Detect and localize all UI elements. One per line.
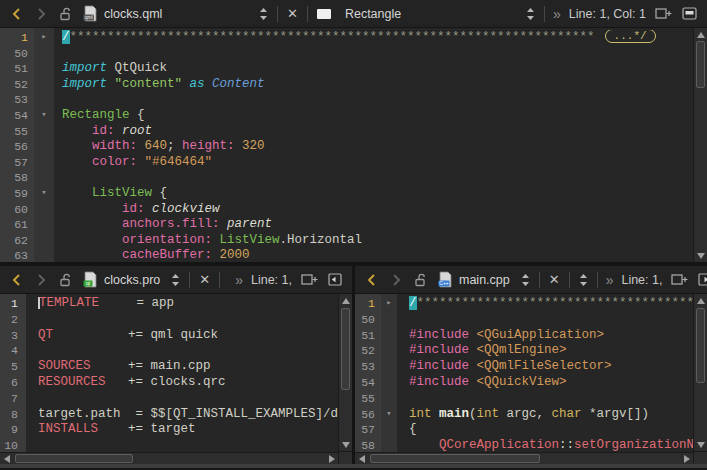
close-document-button[interactable]: ✕ [544, 266, 565, 293]
scroll-right-button[interactable] [680, 453, 693, 464]
line-number[interactable]: 59 [0, 186, 34, 202]
scroll-down-button[interactable] [694, 249, 707, 262]
forward-button[interactable] [29, 0, 53, 27]
code-text[interactable] [54, 170, 693, 186]
fold-open-icon[interactable]: ▾ [34, 108, 54, 124]
open-document-selector[interactable]: clocks.pro [104, 273, 160, 287]
line-number[interactable]: 3 [0, 328, 20, 344]
line-number[interactable]: 61 [0, 217, 34, 233]
scroll-left-button[interactable] [355, 453, 368, 464]
code-text[interactable]: #include <QQmlEngine> [397, 343, 693, 359]
code-text[interactable]: color: "#646464" [54, 155, 693, 171]
scroll-down-button[interactable] [694, 438, 707, 451]
back-button[interactable] [5, 0, 29, 27]
lock-button[interactable] [53, 266, 78, 293]
code-text[interactable] [54, 46, 693, 62]
code-text[interactable]: id: root [54, 124, 693, 140]
scrollbar-thumb[interactable] [696, 41, 705, 88]
line-number[interactable]: 60 [0, 202, 34, 218]
scrollbar-track[interactable] [368, 453, 680, 464]
fold-collapsed-icon[interactable]: ▸ [381, 296, 397, 312]
pro-code-area[interactable]: 1TEMPLATE = app23QT += qml quick45SOURCE… [0, 294, 338, 452]
scrollbar-thumb[interactable] [341, 308, 350, 390]
code-text[interactable]: cacheBuffer: 2000 [54, 248, 693, 262]
line-number[interactable]: 58 [0, 170, 34, 186]
scroll-up-button[interactable] [694, 28, 707, 41]
line-number[interactable]: 10 [0, 438, 20, 452]
code-text[interactable] [20, 391, 338, 407]
split-editor-button[interactable] [650, 0, 677, 27]
line-number[interactable]: 56 [355, 407, 381, 423]
line-number[interactable]: 63 [0, 248, 34, 262]
code-text[interactable]: ListView { [54, 186, 693, 202]
pro-vertical-scrollbar[interactable] [338, 294, 352, 464]
forward-button[interactable] [29, 266, 53, 293]
scrollbar-track[interactable] [339, 307, 352, 438]
line-number[interactable]: 57 [0, 155, 34, 171]
split-editor-button[interactable] [296, 266, 323, 293]
code-text[interactable]: width: 640; height: 320 [54, 139, 693, 155]
document-dropdown-button[interactable] [166, 266, 185, 293]
code-text[interactable]: target.path = $$[QT_INSTALL_EXAMPLES]/de… [20, 407, 338, 423]
code-text[interactable]: RESOURCES += clocks.qrc [20, 375, 338, 391]
fold-open-icon[interactable]: ▾ [34, 186, 54, 202]
cpp-horizontal-scrollbar[interactable] [355, 452, 693, 464]
line-number[interactable]: 53 [0, 92, 34, 108]
code-text[interactable]: SOURCES += main.cpp [20, 359, 338, 375]
close-document-button[interactable]: ✕ [194, 266, 215, 293]
line-number[interactable]: 51 [355, 328, 381, 344]
fold-collapsed-icon[interactable]: ▸ [34, 30, 54, 46]
code-text[interactable]: INSTALLS += target [20, 422, 338, 438]
line-number[interactable]: 8 [0, 407, 20, 423]
line-number[interactable]: 50 [0, 46, 34, 62]
code-text[interactable]: TEMPLATE = app [20, 296, 338, 312]
remove-split-button[interactable] [693, 266, 707, 293]
overflow-menu-button[interactable]: » [231, 272, 247, 288]
symbol-dropdown-button[interactable] [574, 266, 593, 293]
line-number[interactable]: 62 [0, 233, 34, 249]
line-number[interactable]: 2 [0, 312, 20, 328]
open-document-selector[interactable]: clocks.qml [104, 7, 254, 21]
line-number[interactable]: 51 [0, 61, 34, 77]
cpp-vertical-scrollbar[interactable] [693, 294, 707, 464]
line-number[interactable]: 9 [0, 422, 20, 438]
code-text[interactable] [397, 312, 693, 328]
code-text[interactable] [20, 312, 338, 328]
line-number[interactable]: 1 [0, 30, 34, 46]
line-number[interactable]: 55 [355, 391, 381, 407]
code-text[interactable]: QCoreApplication::setOrganizationName [397, 438, 693, 452]
document-dropdown-button[interactable] [254, 0, 273, 27]
code-text[interactable]: { [397, 422, 693, 438]
pro-horizontal-scrollbar[interactable] [0, 452, 338, 464]
scroll-up-button[interactable] [339, 294, 352, 307]
code-text[interactable]: import "content" as Content [54, 77, 693, 93]
code-text[interactable]: import QtQuick [54, 61, 693, 77]
forward-button[interactable] [384, 266, 408, 293]
scrollbar-thumb[interactable] [696, 308, 705, 383]
line-number[interactable]: 52 [0, 77, 34, 93]
line-number[interactable]: 6 [0, 375, 20, 391]
line-number[interactable]: 58 [355, 438, 381, 452]
close-split-button[interactable] [677, 0, 702, 27]
split-editor-button[interactable] [666, 266, 693, 293]
line-number[interactable]: 52 [355, 343, 381, 359]
line-number[interactable]: 54 [355, 375, 381, 391]
lock-button[interactable] [53, 0, 78, 27]
scrollbar-track[interactable] [694, 41, 707, 249]
code-text[interactable]: Rectangle { [54, 108, 693, 124]
line-number[interactable]: 1 [355, 296, 381, 312]
symbol-dropdown-button[interactable] [521, 0, 540, 27]
scrollbar-thumb[interactable] [15, 454, 133, 463]
scrollbar-track[interactable] [13, 453, 325, 464]
scroll-right-button[interactable] [325, 453, 338, 464]
back-button[interactable] [5, 266, 29, 293]
cpp-code-area[interactable]: 1▸/*************************************… [355, 294, 693, 452]
code-text[interactable]: /***************************************… [54, 30, 693, 46]
line-number[interactable]: 7 [0, 391, 20, 407]
code-text[interactable]: /***************************************… [397, 296, 693, 312]
code-text[interactable]: QT += qml quick [20, 328, 338, 344]
line-number[interactable]: 50 [355, 312, 381, 328]
code-text[interactable] [20, 438, 338, 452]
close-document-button[interactable]: ✕ [282, 0, 303, 27]
code-text[interactable] [20, 343, 338, 359]
